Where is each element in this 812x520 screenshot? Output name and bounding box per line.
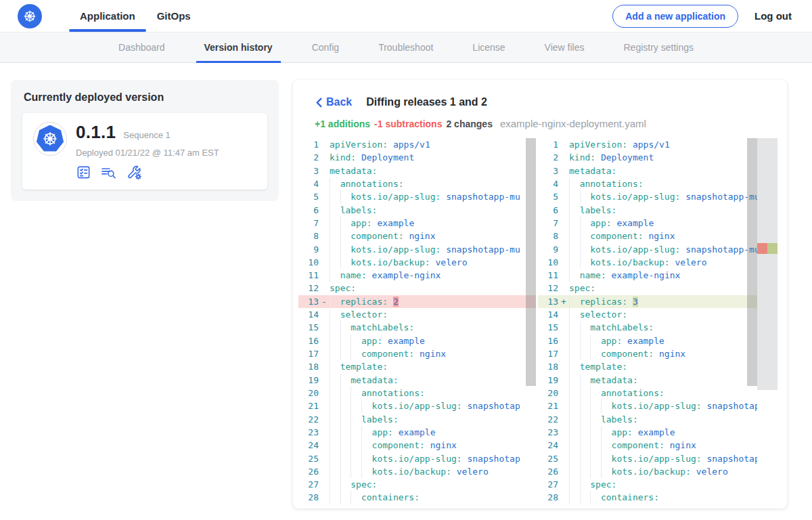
indent-guide [569, 360, 580, 373]
line-number: 2 [298, 151, 319, 164]
line-number: 21 [538, 399, 558, 412]
indent-guide [330, 491, 340, 504]
diff-line-modified: 11name: example-nginx [538, 269, 757, 282]
diff-line-modified: 5kots.io/app-slug: snapshotapp-mu [538, 190, 757, 203]
line-number: 10 [298, 256, 319, 269]
indent-guide [590, 413, 601, 426]
diff-line-modified: 23app: example [538, 426, 757, 439]
line-number: 22 [298, 413, 319, 426]
diff-sign [319, 177, 330, 190]
diff-sign [558, 452, 569, 465]
indent-guide [340, 426, 351, 439]
diff-line-modified: 21kots.io/app-slug: snapshotap [538, 399, 757, 412]
add-application-button[interactable]: Add a new application [612, 5, 738, 28]
diff-sign [558, 256, 569, 269]
diff-sign [558, 204, 569, 217]
tab-version-history[interactable]: Version history [204, 32, 273, 63]
scrollbar-thumb-right[interactable] [747, 138, 757, 386]
line-number: 11 [298, 269, 319, 282]
line-number: 28 [538, 491, 558, 504]
indent-guide [569, 256, 580, 269]
indent-guide [330, 295, 340, 308]
diff-pane-original[interactable]: 1apiVersion: apps/v12kind: Deployment3me… [298, 138, 536, 504]
indent-guide [580, 491, 591, 504]
tab-troubleshoot[interactable]: Troubleshoot [378, 32, 433, 63]
indent-guide [330, 321, 340, 334]
tab-dashboard[interactable]: Dashboard [118, 32, 165, 63]
diff-line-original: 18template: [298, 360, 536, 373]
indent-guide [340, 243, 351, 256]
diff-line-modified: 15matchLabels: [538, 321, 757, 334]
indent-guide [351, 399, 361, 412]
indent-guide [330, 256, 340, 269]
diff-line-original: 14selector: [298, 308, 536, 321]
indent-guide [340, 217, 351, 230]
tab-application[interactable]: Application [69, 0, 146, 32]
tab-license[interactable]: License [472, 32, 505, 63]
indent-guide [580, 465, 591, 478]
diff-sign [319, 217, 330, 230]
back-link[interactable]: Back [315, 96, 352, 108]
line-number: 20 [538, 387, 558, 399]
diff-sign [558, 413, 569, 426]
diff-sign [319, 165, 330, 177]
indent-guide [351, 347, 361, 360]
diff-line-original: 10kots.io/backup: velero [298, 256, 536, 269]
line-number: 4 [538, 177, 558, 190]
indent-guide [569, 439, 580, 452]
line-number: 23 [298, 426, 319, 439]
line-number: 8 [298, 230, 319, 242]
logout-link[interactable]: Log out [754, 10, 792, 22]
indent-guide [330, 269, 340, 282]
line-number: 25 [298, 452, 319, 465]
line-number: 23 [538, 426, 558, 439]
diff-sign [558, 282, 569, 295]
indent-guide [569, 190, 580, 203]
indent-guide [569, 269, 580, 282]
checklist-icon[interactable] [76, 165, 91, 180]
diff-line-modified: 2kind: Deployment [538, 151, 757, 164]
currently-deployed-card: Currently deployed version 0.1.1 S [11, 80, 279, 201]
line-number: 13 [298, 295, 319, 308]
tab-view-files[interactable]: View files [545, 32, 585, 63]
tab-registry-settings[interactable]: Registry settings [624, 32, 694, 63]
indent-guide [330, 374, 340, 387]
diff-line-original: 1apiVersion: apps/v1 [298, 138, 536, 151]
diff-sign [319, 243, 330, 256]
indent-guide [330, 243, 340, 256]
indent-guide [590, 491, 601, 504]
line-number: 4 [298, 177, 319, 190]
indent-guide [340, 413, 351, 426]
view-logs-icon[interactable] [100, 165, 117, 180]
line-number: 12 [298, 282, 319, 295]
indent-guide [340, 374, 351, 387]
diff-line-original: 4annotations: [298, 177, 536, 190]
tab-config[interactable]: Config [312, 32, 339, 63]
wrench-gear-icon[interactable] [126, 165, 142, 180]
diff-overview-ruler[interactable] [757, 138, 777, 504]
indent-guide [590, 334, 601, 347]
diff-sign [319, 151, 330, 164]
indent-guide [580, 217, 591, 230]
indent-guide [340, 478, 351, 491]
indent-guide [330, 465, 340, 478]
scrollbar-thumb-left[interactable] [526, 138, 536, 386]
additions-count: +1 additions [315, 118, 370, 129]
diff-sign [319, 491, 330, 504]
indent-guide [330, 204, 340, 217]
diff-sign [319, 439, 330, 452]
indent-guide [569, 426, 580, 439]
diff-pane-modified[interactable]: 1apiVersion: apps/v12kind: Deployment3me… [538, 138, 757, 504]
diff-sign [558, 399, 569, 412]
diff-line-original: 12spec: [298, 282, 536, 295]
tab-gitops[interactable]: GitOps [146, 0, 202, 32]
diff-sign [558, 360, 569, 373]
indent-guide [590, 439, 601, 452]
line-number: 8 [538, 230, 558, 242]
diff-line-original: 7app: example [298, 217, 536, 230]
indent-guide [351, 387, 361, 399]
diff-line-original: 15matchLabels: [298, 321, 536, 334]
indent-guide [330, 439, 340, 452]
app-sub-nav: Dashboard Version history Config Trouble… [0, 32, 812, 63]
indent-guide [330, 426, 340, 439]
